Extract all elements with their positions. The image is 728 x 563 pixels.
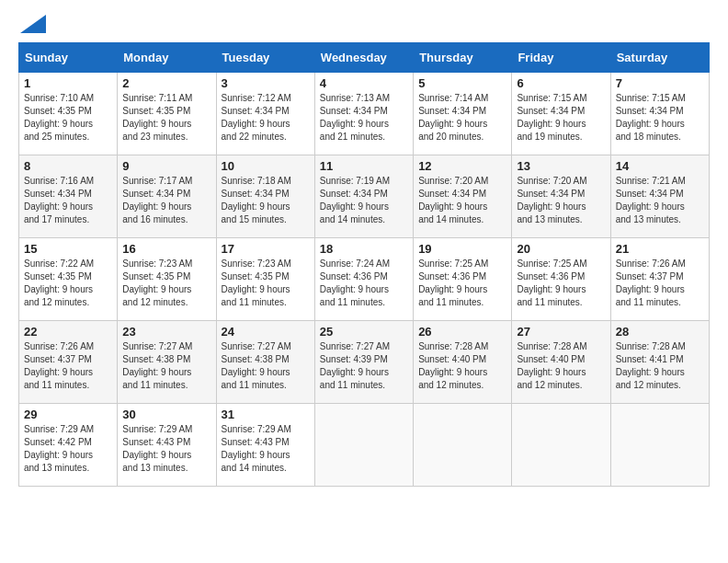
logo-icon	[20, 15, 46, 33]
day-number: 7	[616, 76, 704, 90]
calendar-day-18: 18Sunrise: 7:24 AM Sunset: 4:36 PM Dayli…	[314, 238, 413, 321]
day-info: Sunrise: 7:29 AM Sunset: 4:43 PM Dayligh…	[122, 423, 210, 475]
calendar-day-23: 23Sunrise: 7:27 AM Sunset: 4:38 PM Dayli…	[118, 321, 216, 404]
calendar-day-29: 29Sunrise: 7:29 AM Sunset: 4:42 PM Dayli…	[19, 404, 118, 487]
calendar-week-3: 15Sunrise: 7:22 AM Sunset: 4:35 PM Dayli…	[19, 238, 710, 321]
day-info: Sunrise: 7:27 AM Sunset: 4:38 PM Dayligh…	[122, 340, 210, 392]
calendar-day-13: 13Sunrise: 7:20 AM Sunset: 4:34 PM Dayli…	[512, 155, 610, 238]
calendar-day-11: 11Sunrise: 7:19 AM Sunset: 4:34 PM Dayli…	[314, 155, 413, 238]
day-number: 22	[24, 325, 112, 339]
svg-marker-0	[20, 15, 46, 33]
day-number: 19	[418, 242, 506, 256]
day-number: 13	[517, 159, 605, 173]
calendar-day-31: 31Sunrise: 7:29 AM Sunset: 4:43 PM Dayli…	[216, 404, 314, 487]
day-info: Sunrise: 7:23 AM Sunset: 4:35 PM Dayligh…	[122, 258, 210, 309]
calendar-day-15: 15Sunrise: 7:22 AM Sunset: 4:35 PM Dayli…	[19, 238, 118, 321]
calendar-day-5: 5Sunrise: 7:14 AM Sunset: 4:34 PM Daylig…	[414, 73, 512, 155]
day-number: 23	[122, 325, 210, 339]
day-info: Sunrise: 7:10 AM Sunset: 4:35 PM Dayligh…	[24, 92, 112, 144]
day-info: Sunrise: 7:17 AM Sunset: 4:34 PM Dayligh…	[122, 175, 210, 226]
calendar-header-thursday: Thursday	[414, 43, 512, 73]
day-number: 18	[320, 242, 408, 256]
day-info: Sunrise: 7:15 AM Sunset: 4:34 PM Dayligh…	[616, 92, 704, 144]
day-number: 10	[222, 159, 310, 173]
empty-cell	[314, 404, 413, 487]
day-info: Sunrise: 7:22 AM Sunset: 4:35 PM Dayligh…	[24, 258, 112, 309]
calendar-table: SundayMondayTuesdayWednesdayThursdayFrid…	[18, 42, 710, 487]
day-number: 3	[222, 76, 310, 90]
day-number: 26	[418, 325, 506, 339]
day-number: 31	[222, 408, 310, 421]
day-info: Sunrise: 7:18 AM Sunset: 4:34 PM Dayligh…	[222, 175, 310, 226]
calendar-day-2: 2Sunrise: 7:11 AM Sunset: 4:35 PM Daylig…	[118, 73, 216, 155]
day-info: Sunrise: 7:15 AM Sunset: 4:34 PM Dayligh…	[517, 92, 605, 144]
day-info: Sunrise: 7:14 AM Sunset: 4:34 PM Dayligh…	[418, 92, 506, 144]
day-number: 29	[24, 408, 112, 421]
calendar-day-10: 10Sunrise: 7:18 AM Sunset: 4:34 PM Dayli…	[216, 155, 314, 238]
day-number: 21	[616, 242, 704, 256]
calendar-day-12: 12Sunrise: 7:20 AM Sunset: 4:34 PM Dayli…	[414, 155, 512, 238]
calendar-day-25: 25Sunrise: 7:27 AM Sunset: 4:39 PM Dayli…	[314, 321, 413, 404]
calendar-day-9: 9Sunrise: 7:17 AM Sunset: 4:34 PM Daylig…	[118, 155, 216, 238]
day-info: Sunrise: 7:28 AM Sunset: 4:40 PM Dayligh…	[517, 340, 605, 392]
day-number: 6	[517, 76, 605, 90]
day-info: Sunrise: 7:12 AM Sunset: 4:34 PM Dayligh…	[222, 92, 310, 144]
calendar-header-friday: Friday	[512, 43, 610, 73]
calendar-day-7: 7Sunrise: 7:15 AM Sunset: 4:34 PM Daylig…	[610, 73, 709, 155]
day-info: Sunrise: 7:26 AM Sunset: 4:37 PM Dayligh…	[24, 340, 112, 392]
day-info: Sunrise: 7:28 AM Sunset: 4:40 PM Dayligh…	[418, 340, 506, 392]
calendar-day-16: 16Sunrise: 7:23 AM Sunset: 4:35 PM Dayli…	[118, 238, 216, 321]
day-number: 15	[24, 242, 112, 256]
calendar-day-20: 20Sunrise: 7:25 AM Sunset: 4:36 PM Dayli…	[512, 238, 610, 321]
day-info: Sunrise: 7:13 AM Sunset: 4:34 PM Dayligh…	[320, 92, 408, 144]
day-number: 27	[517, 325, 605, 339]
calendar-day-22: 22Sunrise: 7:26 AM Sunset: 4:37 PM Dayli…	[19, 321, 118, 404]
calendar-week-2: 8Sunrise: 7:16 AM Sunset: 4:34 PM Daylig…	[19, 155, 710, 238]
day-info: Sunrise: 7:19 AM Sunset: 4:34 PM Dayligh…	[320, 175, 408, 226]
logo	[18, 18, 46, 33]
day-info: Sunrise: 7:25 AM Sunset: 4:36 PM Dayligh…	[418, 258, 506, 309]
calendar-day-8: 8Sunrise: 7:16 AM Sunset: 4:34 PM Daylig…	[19, 155, 118, 238]
calendar-week-5: 29Sunrise: 7:29 AM Sunset: 4:42 PM Dayli…	[19, 404, 710, 487]
empty-cell	[512, 404, 610, 487]
day-info: Sunrise: 7:25 AM Sunset: 4:36 PM Dayligh…	[517, 258, 605, 309]
day-info: Sunrise: 7:16 AM Sunset: 4:34 PM Dayligh…	[24, 175, 112, 226]
day-number: 4	[320, 76, 408, 90]
day-info: Sunrise: 7:21 AM Sunset: 4:34 PM Dayligh…	[616, 175, 704, 226]
calendar-header-wednesday: Wednesday	[314, 43, 413, 73]
calendar-week-4: 22Sunrise: 7:26 AM Sunset: 4:37 PM Dayli…	[19, 321, 710, 404]
calendar-header-tuesday: Tuesday	[216, 43, 314, 73]
day-number: 9	[122, 159, 210, 173]
calendar-day-3: 3Sunrise: 7:12 AM Sunset: 4:34 PM Daylig…	[216, 73, 314, 155]
day-info: Sunrise: 7:24 AM Sunset: 4:36 PM Dayligh…	[320, 258, 408, 309]
day-info: Sunrise: 7:20 AM Sunset: 4:34 PM Dayligh…	[517, 175, 605, 226]
day-number: 17	[222, 242, 310, 256]
calendar-day-28: 28Sunrise: 7:28 AM Sunset: 4:41 PM Dayli…	[610, 321, 709, 404]
calendar-day-24: 24Sunrise: 7:27 AM Sunset: 4:38 PM Dayli…	[216, 321, 314, 404]
calendar-day-27: 27Sunrise: 7:28 AM Sunset: 4:40 PM Dayli…	[512, 321, 610, 404]
calendar-day-4: 4Sunrise: 7:13 AM Sunset: 4:34 PM Daylig…	[314, 73, 413, 155]
calendar-day-19: 19Sunrise: 7:25 AM Sunset: 4:36 PM Dayli…	[414, 238, 512, 321]
empty-cell	[414, 404, 512, 487]
day-number: 28	[616, 325, 704, 339]
day-info: Sunrise: 7:11 AM Sunset: 4:35 PM Dayligh…	[122, 92, 210, 144]
page-header	[18, 18, 710, 33]
day-number: 2	[122, 76, 210, 90]
day-number: 8	[24, 159, 112, 173]
day-number: 24	[222, 325, 310, 339]
day-number: 5	[418, 76, 506, 90]
day-number: 20	[517, 242, 605, 256]
day-info: Sunrise: 7:28 AM Sunset: 4:41 PM Dayligh…	[616, 340, 704, 392]
day-info: Sunrise: 7:29 AM Sunset: 4:43 PM Dayligh…	[222, 423, 310, 475]
calendar-header-saturday: Saturday	[610, 43, 709, 73]
calendar-day-14: 14Sunrise: 7:21 AM Sunset: 4:34 PM Dayli…	[610, 155, 709, 238]
calendar-day-30: 30Sunrise: 7:29 AM Sunset: 4:43 PM Dayli…	[118, 404, 216, 487]
calendar-day-6: 6Sunrise: 7:15 AM Sunset: 4:34 PM Daylig…	[512, 73, 610, 155]
day-number: 30	[122, 408, 210, 421]
day-number: 12	[418, 159, 506, 173]
day-info: Sunrise: 7:20 AM Sunset: 4:34 PM Dayligh…	[418, 175, 506, 226]
day-number: 14	[616, 159, 704, 173]
day-info: Sunrise: 7:23 AM Sunset: 4:35 PM Dayligh…	[222, 258, 310, 309]
calendar-header-monday: Monday	[118, 43, 216, 73]
empty-cell	[610, 404, 709, 487]
